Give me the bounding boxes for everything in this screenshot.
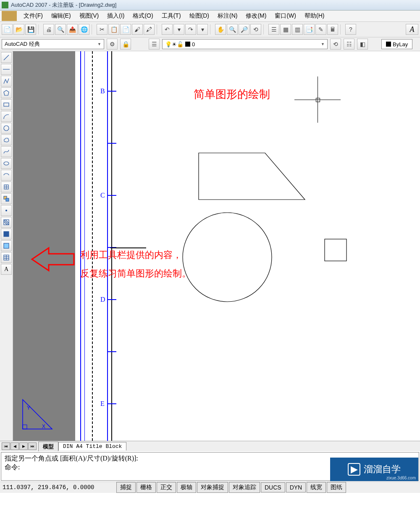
layer-name: 0	[192, 41, 195, 47]
tab-first-icon[interactable]: ⏮	[2, 442, 10, 450]
revcloud-tool[interactable]	[1, 134, 12, 145]
arrow-left-icon	[30, 245, 76, 274]
watermark: ▶ 溜溜自学 zixue.3d66.com	[330, 458, 418, 481]
menu-modify[interactable]: 修改(M)	[242, 11, 270, 21]
zoom-win-icon[interactable]: 🔎	[239, 24, 249, 35]
plot-icon[interactable]: 🌐	[79, 24, 89, 35]
rect-tool[interactable]	[1, 99, 12, 110]
menu-view[interactable]: 视图(V)	[75, 11, 103, 21]
spline-tool[interactable]	[1, 146, 12, 157]
sheet-icon[interactable]: 📑	[304, 24, 315, 35]
save-icon[interactable]: 💾	[25, 24, 36, 35]
layer-state-icon[interactable]: ☷	[344, 39, 354, 50]
osnap-toggle[interactable]: 对象捕捉	[197, 482, 228, 493]
otrack-toggle[interactable]: 对象追踪	[229, 482, 260, 493]
undo-drop-icon[interactable]: ▾	[173, 24, 184, 35]
zoom-prev-icon[interactable]: ⟲	[250, 24, 261, 35]
menu-edit[interactable]: 编辑(E)	[47, 11, 75, 21]
dc-icon[interactable]: ▦	[280, 24, 291, 35]
tab-last-icon[interactable]: ⏭	[28, 442, 37, 450]
circle-tool[interactable]	[1, 123, 12, 134]
ws-settings-icon[interactable]: ⚙	[107, 39, 118, 50]
statusbar: 111.0397, 219.8476, 0.0000 捕捉 栅格 正交 极轴 对…	[0, 482, 420, 493]
circle-shape	[181, 211, 273, 303]
undo-icon[interactable]: ↶	[162, 24, 173, 35]
svg-text:Y: Y	[27, 405, 30, 411]
pline-tool[interactable]	[1, 76, 12, 87]
polar-toggle[interactable]: 极轴	[177, 482, 196, 493]
open-icon[interactable]: 📂	[13, 24, 24, 35]
menu-format[interactable]: 格式(O)	[129, 11, 157, 21]
menu-draw[interactable]: 绘图(D)	[185, 11, 213, 21]
lwt-toggle[interactable]: 线宽	[307, 482, 326, 493]
svg-rect-24	[325, 239, 346, 261]
gradient-tool[interactable]	[1, 229, 12, 240]
xline-tool[interactable]	[1, 64, 12, 75]
hatch-tool[interactable]	[1, 217, 12, 228]
redo-drop-icon[interactable]: ▾	[197, 24, 208, 35]
line-tool[interactable]	[1, 52, 12, 63]
layer-prev-icon[interactable]: ⟲	[330, 39, 341, 50]
menu-tools[interactable]: 工具(T)	[158, 11, 185, 21]
preview-icon[interactable]: 🔍	[55, 24, 66, 35]
zoom-rt-icon[interactable]: 🔍	[227, 24, 238, 35]
table-tool[interactable]	[1, 252, 12, 263]
polygon-tool[interactable]	[1, 87, 12, 98]
pan-icon[interactable]: ✋	[215, 24, 226, 35]
workspace-dropdown[interactable]: AutoCAD 经典 ▼	[2, 39, 104, 49]
match-icon[interactable]: 🖌	[132, 24, 143, 35]
menu-file[interactable]: 文件(F)	[19, 11, 47, 21]
menu-help[interactable]: 帮助(H)	[300, 11, 328, 21]
props-icon[interactable]: ☰	[268, 24, 279, 35]
standard-toolbar: 📄 📂 💾 🖨 🔍 📤 🌐 ✂ 📋 📄 🖌 🖍 ↶ ▾ ↷ ▾ ✋ 🔍 🔎 ⟲ …	[0, 22, 420, 37]
tab-next-icon[interactable]: ▶	[19, 442, 28, 450]
sun-icon: ☀	[172, 41, 177, 47]
tab-model[interactable]: 模型	[38, 442, 58, 451]
layer-props-icon[interactable]: ☰	[149, 39, 160, 50]
point-tool[interactable]	[1, 205, 12, 216]
ortho-toggle[interactable]: 正交	[157, 482, 176, 493]
ellipse-tool[interactable]	[1, 158, 12, 169]
paper-toggle[interactable]: 图纸	[327, 482, 346, 493]
layer-iso-icon[interactable]: ◧	[357, 39, 368, 50]
copy-icon[interactable]: 📋	[108, 24, 119, 35]
layer-dropdown[interactable]: 💡 ☀ 🔓 0 ▼	[162, 39, 328, 49]
new-icon[interactable]: 📄	[2, 24, 13, 35]
color-swatch	[185, 42, 190, 47]
ws-lock-icon[interactable]: 🔒	[120, 39, 131, 50]
print-icon[interactable]: 🖨	[43, 24, 54, 35]
drawing-canvas[interactable]: B C D E 简单图形的绘制 利用工具栏提供的内容， 反复练习简单图形的绘制。…	[13, 51, 420, 441]
paste-icon[interactable]: 📄	[120, 24, 131, 35]
svg-line-15	[5, 220, 9, 223]
text-style-icon[interactable]: A	[406, 24, 418, 35]
block-tool[interactable]	[1, 193, 12, 204]
color-dropdown[interactable]: ByLay	[381, 39, 412, 49]
markup-icon[interactable]: ✎	[315, 24, 326, 35]
calc-icon[interactable]: 🖩	[327, 24, 338, 35]
snap-toggle[interactable]: 捕捉	[116, 482, 136, 493]
brush-icon[interactable]: 🖍	[144, 24, 155, 35]
region-tool[interactable]	[1, 240, 12, 251]
redo-icon[interactable]: ↷	[185, 24, 196, 35]
ellipse-arc-tool[interactable]	[1, 170, 12, 181]
mtext-tool[interactable]: A	[1, 264, 12, 275]
dyn-toggle[interactable]: DYN	[286, 482, 306, 492]
tab-prev-icon[interactable]: ◀	[10, 442, 19, 450]
publish-icon[interactable]: 📤	[67, 24, 78, 35]
grid-toggle[interactable]: 栅格	[136, 482, 156, 493]
help-icon[interactable]: ?	[345, 24, 356, 35]
ducs-toggle[interactable]: DUCS	[261, 482, 285, 492]
workspace-toolbar: AutoCAD 经典 ▼ ⚙ 🔒 ☰ 💡 ☀ 🔓 0 ▼ ⟲ ☷ ◧ ByLay	[0, 37, 420, 51]
color-swatch-icon	[386, 42, 391, 47]
insert-tool[interactable]	[1, 182, 12, 192]
menu-window[interactable]: 窗口(W)	[270, 11, 300, 21]
window-title: AutoCAD 2007 - 未注册版 - [Drawing2.dwg]	[11, 1, 116, 9]
tool-pal-icon[interactable]: ▥	[292, 24, 303, 35]
arc-tool[interactable]	[1, 111, 12, 122]
svg-marker-26	[32, 248, 74, 271]
menu-dimension[interactable]: 标注(N)	[213, 11, 242, 21]
svg-line-13	[4, 221, 7, 225]
menu-insert[interactable]: 插入(I)	[103, 11, 129, 21]
cut-icon[interactable]: ✂	[97, 24, 108, 35]
tab-layout1[interactable]: DIN A4 Title Block	[58, 442, 126, 450]
